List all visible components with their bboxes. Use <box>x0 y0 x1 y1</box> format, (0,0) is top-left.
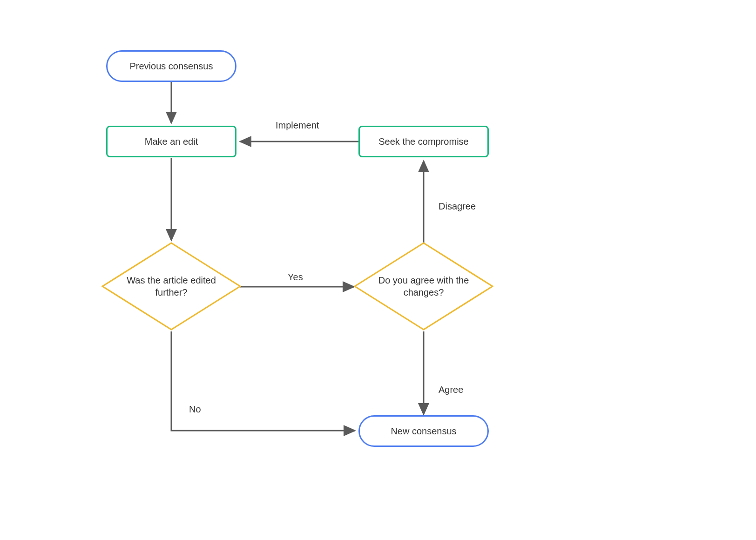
node-label: Do you agree with the changes? <box>377 274 470 298</box>
edge-label-implement: Implement <box>276 120 319 131</box>
node-seek-compromise: Seek the compromise <box>358 126 489 157</box>
edge-label-yes: Yes <box>288 272 303 283</box>
node-label: Was the article edited further? <box>125 274 218 298</box>
node-new-consensus: New consensus <box>358 415 489 447</box>
node-label: Seek the compromise <box>378 136 468 147</box>
node-label: Previous consensus <box>130 61 213 72</box>
node-label: New consensus <box>391 426 456 437</box>
node-edited-further: Was the article edited further? <box>101 242 241 331</box>
edge-label-agree: Agree <box>439 385 463 395</box>
node-previous-consensus: Previous consensus <box>106 50 236 82</box>
node-agree-changes: Do you agree with the changes? <box>354 242 493 331</box>
node-label: Make an edit <box>145 136 198 147</box>
node-make-edit: Make an edit <box>106 126 236 157</box>
edge-label-no: No <box>189 404 201 415</box>
edge-label-disagree: Disagree <box>439 201 476 212</box>
